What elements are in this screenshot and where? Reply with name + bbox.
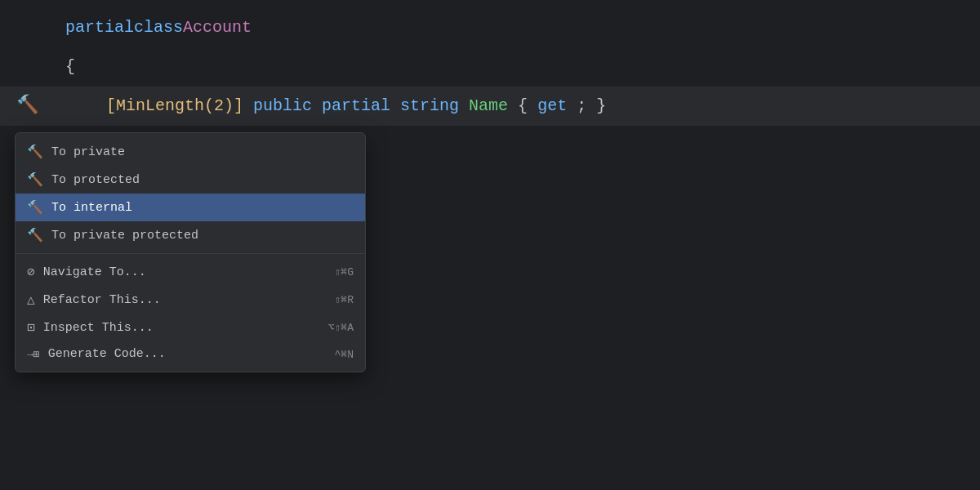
generate-icon: →⊞: [27, 348, 40, 361]
open-brace: {: [65, 47, 75, 87]
menu-label-refactor-this: Refactor This...: [43, 293, 335, 307]
keyword-class: class: [134, 8, 183, 47]
class-name-account: Account: [183, 8, 252, 47]
menu-item-to-internal[interactable]: 🔨 To internal: [16, 194, 365, 221]
refactor-icon: △: [27, 292, 35, 308]
gutter-hammer-icon[interactable]: 🔨: [16, 87, 38, 126]
menu-label-to-private: To private: [51, 145, 354, 159]
menu-label-generate-code: Generate Code...: [48, 347, 335, 361]
menu-item-refactor-this[interactable]: △ Refactor This... ⇧⌘R: [16, 286, 365, 314]
navigate-icon: ⊘: [27, 264, 35, 280]
keyword-public: public: [253, 96, 322, 115]
context-menu: 🔨 To private 🔨 To protected 🔨 To interna…: [15, 132, 366, 372]
shortcut-generate-code: ^⌘N: [335, 348, 354, 361]
menu-item-to-private-protected[interactable]: 🔨 To private protected: [16, 221, 365, 249]
code-editor: partial class Account { 🔨 [MinLength(2)]…: [0, 0, 980, 490]
brace-get-open: {: [518, 96, 537, 115]
shortcut-refactor-this: ⇧⌘R: [335, 293, 354, 306]
keyword-partial2: partial: [322, 96, 400, 115]
hammer-icon-private: 🔨: [27, 144, 43, 160]
code-line-2: {: [0, 47, 980, 87]
menu-label-to-protected: To protected: [51, 173, 354, 187]
keyword-get: get: [537, 96, 567, 115]
hammer-icon-protected: 🔨: [27, 172, 43, 188]
menu-item-navigate-to[interactable]: ⊘ Navigate To... ⇧⌘G: [16, 258, 365, 286]
keyword-string: string: [400, 96, 469, 115]
menu-item-inspect-this[interactable]: ⊡ Inspect This... ⌥⇧⌘A: [16, 314, 365, 341]
menu-item-to-protected[interactable]: 🔨 To protected: [16, 166, 365, 194]
menu-label-to-private-protected: To private protected: [51, 229, 354, 243]
menu-label-navigate-to: Navigate To...: [43, 265, 335, 279]
keyword-partial: partial: [65, 8, 134, 47]
menu-item-generate-code[interactable]: →⊞ Generate Code... ^⌘N: [16, 341, 365, 367]
inspect-icon: ⊡: [27, 319, 35, 336]
menu-separator-1: [16, 253, 365, 254]
menu-item-to-private[interactable]: 🔨 To private: [16, 138, 365, 166]
prop-name: Name: [469, 96, 508, 115]
code-line-3: 🔨 [MinLength(2)] public partial string N…: [0, 87, 980, 126]
hammer-icon-private-protected: 🔨: [27, 227, 43, 243]
attribute-minlength: [MinLength(2)]: [106, 96, 253, 115]
menu-label-to-internal: To internal: [51, 201, 354, 215]
brace-get-close: ; }: [577, 96, 606, 115]
menu-label-inspect-this: Inspect This...: [43, 321, 328, 335]
shortcut-inspect-this: ⌥⇧⌘A: [328, 321, 354, 334]
hammer-icon-internal: 🔨: [27, 199, 43, 216]
code-line-1: partial class Account: [0, 8, 980, 47]
shortcut-navigate-to: ⇧⌘G: [335, 265, 354, 278]
